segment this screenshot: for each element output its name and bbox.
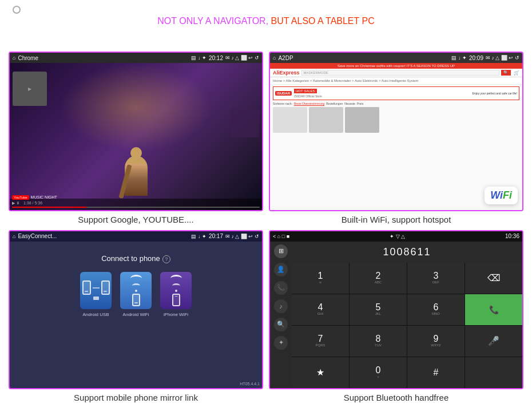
- ali-search-button[interactable]: 🔍: [501, 70, 511, 76]
- key-sub-1: α: [319, 280, 321, 284]
- sort-row: Sortieren nach: Beste Übereinstimmung Be…: [273, 102, 519, 106]
- label-usb: Android USB: [82, 312, 109, 317]
- wifi-arc-ios-2: [172, 283, 180, 288]
- key-num-3: 3: [434, 271, 439, 280]
- caption-4: Support Bluetooth handfree: [344, 393, 448, 402]
- wifi-fi: Fi: [503, 189, 512, 201]
- sidebar-music-icon[interactable]: ♪: [274, 299, 288, 313]
- product-grid: [273, 107, 519, 133]
- key-0[interactable]: 0 +: [350, 357, 407, 388]
- key-sub-2: ABC: [375, 280, 382, 284]
- cell-bluetooth: < ⌂ □ ■ ✦ ▽ △ 10:36 ⊞ 👤 📞 ♪ 🔍 ✦ 1008611: [269, 230, 523, 403]
- key-num-0: 0: [376, 366, 381, 375]
- ali-breadcrumb: Home > Alle Kategorien > Automobile & Mo…: [270, 77, 522, 85]
- key-3[interactable]: 3 DEF: [407, 263, 464, 294]
- screen-wifi: ⌂ A2DP ▤ ↓ ✦ 20:09 ✉ ♪ △ ⬜ ↩ ↺ Save more…: [269, 52, 523, 211]
- phone-2: [101, 280, 110, 295]
- usb-connector: [93, 297, 99, 300]
- wifi-badge: WiFi: [485, 187, 518, 204]
- usb-icon-box[interactable]: [80, 272, 112, 309]
- connect-title: Connect to phone?: [13, 254, 259, 263]
- key-8[interactable]: 8 TUV: [350, 326, 407, 357]
- wifi-arc-ios-1: [170, 275, 182, 282]
- caption-3: Support mobile phone mirror link: [74, 393, 198, 402]
- progress-fill: [12, 207, 86, 208]
- wifi-arc-2: [132, 283, 140, 288]
- key-mic[interactable]: 🎤: [465, 326, 522, 357]
- key-4[interactable]: 4 GHI: [292, 294, 349, 325]
- key-star[interactable]: ★: [292, 357, 349, 388]
- label-wifi-android: Android WiFi: [123, 312, 149, 317]
- key-2[interactable]: 2 ABC: [350, 263, 407, 294]
- youtube-overlay: YouTube MUSIC NIGHT ▶ ⏸ 1:38 / 5:36: [12, 195, 260, 208]
- iphone-home-indicator: [174, 296, 177, 297]
- music-night-label: MUSIC NIGHT: [31, 195, 57, 199]
- home-icon-1: ⌂: [13, 55, 15, 61]
- key-7[interactable]: 7 PQRS: [292, 326, 349, 357]
- store-name: ISUDAR Official Store: [294, 94, 470, 98]
- key-num-star: ★: [316, 368, 324, 377]
- time-2: 20:09: [469, 55, 483, 61]
- sidebar-dialpad-icon[interactable]: ⊞: [274, 244, 288, 258]
- connect-item-wifi-android: Android WiFi: [120, 272, 152, 317]
- key-1[interactable]: 1 α: [292, 263, 349, 294]
- time-display: 1:38 / 5:36: [23, 201, 42, 205]
- key-backspace[interactable]: ⌫: [465, 263, 522, 294]
- status-bar-3: ⌂ EasyConnect... ▤ ↓ ✦ 20:17 ✉ ♪ △ ⬜ ↩ ↺: [10, 231, 262, 242]
- sidebar-contacts-icon[interactable]: 👤: [274, 263, 288, 276]
- key-hash[interactable]: #: [407, 357, 464, 388]
- title-not: NOT ONLY A NAVIGATOR,: [157, 16, 268, 26]
- sidebar-settings-icon[interactable]: ✦: [274, 336, 288, 350]
- connect-icons: Android USB Android WiFi: [13, 272, 259, 317]
- screen-youtube: ⌂ Chrome ▤ ↓ ✦ 20:12 ✉ ♪ △ ⬜ ↩ ↺ ▶ YouTu: [9, 52, 263, 211]
- label-wifi-ios: iPhone WiFi: [164, 312, 188, 317]
- key-sub-0: +: [377, 375, 379, 379]
- key-num-5: 5: [376, 303, 381, 312]
- right-icons-4: ✦ ▽ △: [390, 234, 405, 239]
- key-empty: [465, 357, 522, 388]
- status-icons-3: ▤ ↓ ✦: [191, 234, 207, 239]
- sidebar-recents-icon[interactable]: 📞: [274, 281, 288, 295]
- right-icons-1: ✉ ♪ △ ⬜ ↩ ↺: [225, 55, 259, 61]
- decorative-circle: [13, 6, 21, 14]
- key-num-8: 8: [376, 334, 381, 343]
- isudar-logo: ISUDAR: [275, 91, 292, 96]
- phone-1: [82, 280, 91, 295]
- key-sub-8: TUV: [375, 343, 382, 347]
- status-icons-1: ▤ ↓ ✦: [191, 55, 207, 61]
- dialer-sidebar: ⊞ 👤 📞 ♪ 🔍 ✦: [270, 242, 292, 389]
- version-badge: HT05.4.4.1: [240, 382, 260, 386]
- cell-mirror: ⌂ EasyConnect... ▤ ↓ ✦ 20:17 ✉ ♪ △ ⬜ ↩ ↺…: [9, 230, 263, 403]
- sidebar-search-icon[interactable]: 🔍: [274, 318, 288, 331]
- connect-item-wifi-ios: iPhone WiFi: [160, 272, 192, 317]
- wifi-dot: [135, 290, 137, 292]
- key-5[interactable]: 5 JKL: [350, 294, 407, 325]
- dialer-container: ⊞ 👤 📞 ♪ 🔍 ✦ 1008611 1 α: [270, 242, 522, 389]
- wifi-android-icon-box[interactable]: [120, 272, 152, 309]
- wifi-ios-icon-box[interactable]: [160, 272, 192, 309]
- key-9[interactable]: 9 WXYZ: [407, 326, 464, 357]
- key-sub-3: DEF: [432, 280, 439, 284]
- status-bar-1: ⌂ Chrome ▤ ↓ ✦ 20:12 ✉ ♪ △ ⬜ ↩ ↺: [10, 53, 262, 63]
- phone-3: [132, 294, 140, 306]
- progress-bar: [12, 207, 260, 208]
- key-call[interactable]: 📞: [465, 294, 522, 325]
- ali-search-input: MASKERMODE: [301, 70, 499, 76]
- app-name-2: A2DP: [278, 55, 449, 61]
- call-icon: 📞: [489, 305, 499, 314]
- status-bar-2: ⌂ A2DP ▤ ↓ ✦ 20:09 ✉ ♪ △ ⬜ ↩ ↺: [270, 53, 522, 63]
- status-icons-2: ▤ ↓ ✦: [451, 55, 467, 61]
- mic-icon: 🎤: [488, 337, 499, 346]
- help-icon[interactable]: ?: [162, 255, 170, 263]
- ali-logo: AliExpress: [273, 70, 300, 76]
- hot-sales-bar: ISUDAR HOT SALES ISUDAR Official Store E…: [273, 86, 519, 100]
- key-6[interactable]: 6 MNO: [407, 294, 464, 325]
- wifi-dot-ios: [175, 290, 177, 292]
- easyconnect-content: Connect to phone? Android: [10, 242, 262, 389]
- key-num-bs: ⌫: [487, 274, 501, 283]
- ali-banner: Save more on Christmas outfits with coup…: [270, 63, 522, 69]
- right-icons-2: ✉ ♪ △ ⬜ ↩ ↺: [486, 55, 519, 61]
- home-icon-3: ⌂: [13, 234, 15, 239]
- app-name-1: Chrome: [18, 55, 189, 61]
- key-sub-5: JKL: [375, 312, 381, 316]
